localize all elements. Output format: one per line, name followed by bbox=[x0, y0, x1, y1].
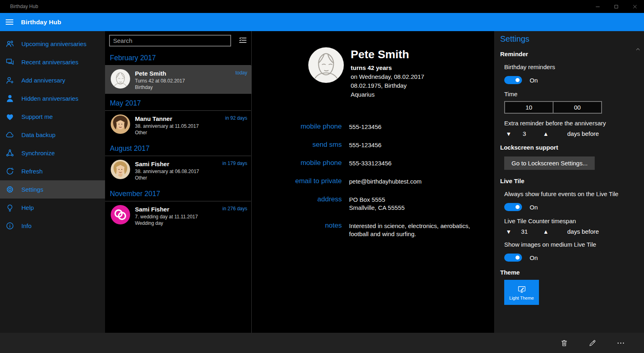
refresh-icon bbox=[5, 167, 15, 176]
contact-avatar bbox=[308, 47, 344, 83]
detail-panel: Pete Smith turns 42 years on Wednesday, … bbox=[251, 31, 494, 333]
sidebar-item-data-backup[interactable]: Data backup bbox=[0, 126, 105, 144]
search-row bbox=[109, 34, 247, 47]
stepper-up-icon[interactable]: ▲ bbox=[541, 131, 550, 137]
sidebar-item-label: Recent anniversaries bbox=[21, 59, 78, 66]
sidebar-item-add-anniversary[interactable]: Add anniversary bbox=[0, 71, 105, 89]
month-label: May 2017 bbox=[110, 99, 141, 107]
anniversary-list-item[interactable]: Sami Fisher 7. wedding day at 11.11.2017… bbox=[105, 201, 251, 230]
list-item-due-badge: in 276 days bbox=[223, 205, 247, 211]
person-add-icon bbox=[5, 76, 15, 85]
edit-button[interactable] bbox=[583, 334, 601, 352]
cloud-icon bbox=[5, 130, 15, 140]
date-line: on Wednesday, 08.02.2017 bbox=[351, 73, 424, 80]
sidebar-item-info[interactable]: Info bbox=[0, 217, 105, 235]
extra-reminder-unit: days before bbox=[567, 130, 599, 137]
list-item-subtitle: 38. anniversary at 11.05.2017 bbox=[135, 124, 199, 129]
birthday-reminders-toggle[interactable] bbox=[504, 76, 522, 84]
detail-field-row: address PO Box 5555Smallville, CA 55555 bbox=[283, 195, 494, 212]
anniversary-list-item[interactable]: Pete Smith Turns 42 at 08.02.2017 Birthd… bbox=[105, 66, 251, 94]
sidebar-item-support-me[interactable]: Support me bbox=[0, 108, 105, 126]
contact-name: Pete Smith bbox=[351, 49, 424, 61]
anniversary-list-item[interactable]: Manu Tanner 38. anniversary at 11.05.201… bbox=[105, 111, 251, 139]
sidebar-item-recent-anniversaries[interactable]: Recent anniversaries bbox=[0, 53, 105, 71]
more-button[interactable] bbox=[612, 334, 629, 352]
sync-icon bbox=[5, 148, 15, 158]
sidebar-item-synchronize[interactable]: Synchronize bbox=[0, 144, 105, 162]
search-input[interactable] bbox=[109, 35, 231, 47]
reminder-time-picker: 10 00 bbox=[504, 101, 602, 114]
sidebar-item-refresh[interactable]: Refresh bbox=[0, 162, 105, 180]
list-item-subtitle: Turns 42 at 08.02.2017 bbox=[135, 78, 185, 84]
reminder-section-header: Reminder bbox=[500, 51, 640, 57]
field-action-link[interactable]: send sms bbox=[283, 140, 342, 149]
chat-icon bbox=[5, 57, 15, 67]
stepper-up-icon[interactable]: ▲ bbox=[541, 228, 550, 235]
detail-field-row: notes Interested in science, electronics… bbox=[283, 221, 494, 238]
stepper-down-icon[interactable]: ▼ bbox=[504, 131, 513, 137]
list-item-category: Wedding day bbox=[135, 221, 198, 226]
person-icon bbox=[5, 94, 15, 103]
window-titlebar: Birthday Hub bbox=[0, 0, 644, 13]
light-theme-button[interactable]: Light Theme bbox=[504, 280, 539, 305]
time-hour-cell[interactable]: 10 bbox=[505, 102, 554, 113]
multiselect-icon[interactable] bbox=[238, 36, 247, 45]
close-button[interactable] bbox=[625, 0, 644, 13]
month-group-header: November 2017 bbox=[105, 184, 251, 201]
stepper-down-icon[interactable]: ▼ bbox=[504, 228, 513, 235]
counter-timespan-value: 31 bbox=[513, 228, 536, 235]
sidebar-item-label: Info bbox=[21, 222, 32, 229]
lockscreen-section-header: Lockscreen support bbox=[500, 144, 640, 151]
future-events-state: On bbox=[530, 204, 538, 211]
theme-monitor-pen-icon bbox=[517, 285, 526, 294]
settings-title: Settings bbox=[500, 34, 640, 44]
counter-timespan-unit: days before bbox=[567, 228, 599, 235]
sidebar-item-label: Add anniversary bbox=[21, 77, 65, 84]
month-group-header: February 2017 bbox=[105, 49, 251, 66]
extra-reminder-label: Extra reminder before the anniversary bbox=[504, 120, 640, 127]
people-icon bbox=[5, 39, 15, 49]
list-item-due-badge: in 179 days bbox=[223, 160, 247, 166]
zodiac-line: Aquarius bbox=[351, 91, 424, 98]
maximize-button[interactable] bbox=[607, 0, 625, 13]
minimize-button[interactable] bbox=[588, 0, 607, 13]
sidebar-item-label: Refresh bbox=[21, 168, 43, 175]
time-minute-cell[interactable]: 00 bbox=[554, 102, 601, 113]
anniversary-list-item[interactable]: Sami Fisher 38. anniversary at 06.08.201… bbox=[105, 156, 251, 184]
field-value: PO Box 5555Smallville, CA 55555 bbox=[349, 195, 405, 212]
sidebar-item-upcoming-anniversaries[interactable]: Upcoming anniversaries bbox=[0, 35, 105, 53]
live-tile-section-header: Live Tile bbox=[500, 178, 640, 184]
sidebar-item-help[interactable]: Help bbox=[0, 199, 105, 217]
future-events-toggle[interactable] bbox=[504, 203, 522, 211]
sidebar-item-label: Settings bbox=[21, 186, 43, 193]
show-images-state: On bbox=[530, 254, 538, 261]
field-action-link[interactable]: email to private bbox=[283, 177, 342, 186]
sidebar-item-settings[interactable]: Settings bbox=[0, 180, 105, 199]
list-item-subtitle: 7. wedding day at 11.11.2017 bbox=[135, 214, 198, 220]
field-action-link[interactable]: notes bbox=[283, 221, 342, 238]
delete-button[interactable] bbox=[555, 334, 573, 352]
field-value: 555-123456 bbox=[349, 122, 381, 131]
sidebar-item-hidden-anniversaries[interactable]: Hidden anniversaries bbox=[0, 89, 105, 108]
list-item-avatar bbox=[111, 69, 130, 89]
scroll-up-chevron-icon[interactable] bbox=[635, 47, 641, 52]
list-item-name: Sami Fisher bbox=[135, 160, 199, 168]
trash-icon bbox=[560, 339, 568, 347]
gear-icon bbox=[5, 185, 15, 194]
field-action-link[interactable]: address bbox=[283, 195, 342, 212]
field-action-link[interactable]: mobile phone bbox=[283, 122, 342, 131]
heart-icon bbox=[5, 112, 15, 121]
lockscreen-settings-button[interactable]: Go to Lockscreen Settings... bbox=[504, 156, 595, 170]
detail-field-row: mobile phone 555-333123456 bbox=[283, 159, 494, 167]
list-item-name: Sami Fisher bbox=[135, 205, 198, 213]
app-header: Birthday Hub bbox=[0, 13, 644, 31]
future-events-label: Always show future events on the Live Ti… bbox=[504, 190, 640, 197]
info-icon bbox=[5, 221, 15, 230]
hamburger-menu-button[interactable] bbox=[0, 13, 19, 31]
extra-reminder-value: 3 bbox=[513, 130, 536, 137]
sidebar-item-label: Hidden anniversaries bbox=[21, 95, 78, 102]
birthday-reminders-state: On bbox=[530, 77, 538, 84]
show-images-toggle[interactable] bbox=[504, 254, 522, 262]
counter-timespan-label: Live Tile Counter timespan bbox=[504, 218, 640, 224]
field-action-link[interactable]: mobile phone bbox=[283, 159, 342, 167]
